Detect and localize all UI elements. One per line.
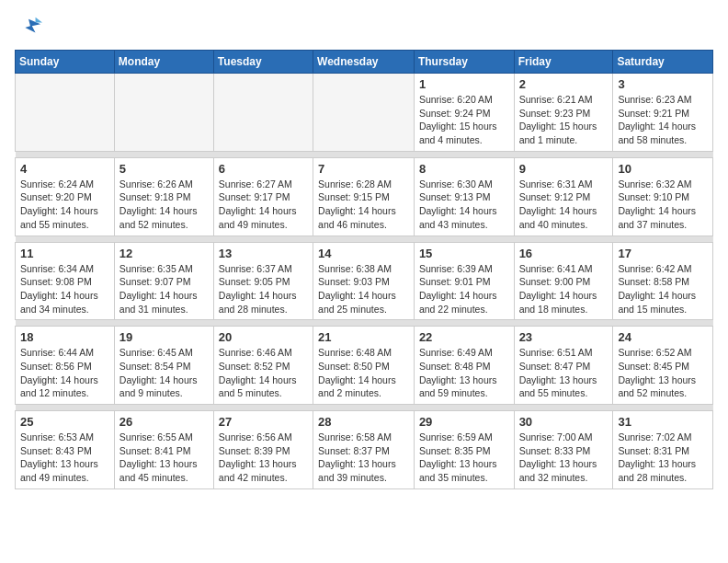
day-cell xyxy=(213,74,313,152)
day-cell xyxy=(313,74,415,152)
separator-cell xyxy=(313,236,415,242)
day-info: Sunrise: 6:37 AM Sunset: 9:05 PM Dayligh… xyxy=(219,262,308,316)
separator-cell xyxy=(414,405,514,411)
separator-cell xyxy=(114,151,213,157)
separator-cell xyxy=(613,236,713,242)
day-cell: 21Sunrise: 6:48 AM Sunset: 8:50 PM Dayli… xyxy=(313,327,415,405)
week-row-0: 1Sunrise: 6:20 AM Sunset: 9:24 PM Daylig… xyxy=(16,74,713,152)
day-info: Sunrise: 6:34 AM Sunset: 9:08 PM Dayligh… xyxy=(20,262,109,316)
week-row-3: 18Sunrise: 6:44 AM Sunset: 8:56 PM Dayli… xyxy=(16,327,713,405)
day-number: 3 xyxy=(618,77,708,91)
day-cell: 4Sunrise: 6:24 AM Sunset: 9:20 PM Daylig… xyxy=(16,157,115,236)
day-info: Sunrise: 6:30 AM Sunset: 9:13 PM Dayligh… xyxy=(419,178,509,232)
weekday-header-friday: Friday xyxy=(514,51,613,74)
day-cell: 22Sunrise: 6:49 AM Sunset: 8:48 PM Dayli… xyxy=(414,327,514,405)
day-number: 4 xyxy=(20,162,109,176)
day-cell: 9Sunrise: 6:31 AM Sunset: 9:12 PM Daylig… xyxy=(514,157,613,236)
day-number: 27 xyxy=(219,415,308,429)
week-separator xyxy=(16,320,713,327)
day-cell: 15Sunrise: 6:39 AM Sunset: 9:01 PM Dayli… xyxy=(414,242,514,320)
page-header xyxy=(15,15,713,40)
day-cell: 28Sunrise: 6:58 AM Sunset: 8:37 PM Dayli… xyxy=(313,411,415,489)
separator-cell xyxy=(16,320,115,327)
day-cell: 5Sunrise: 6:26 AM Sunset: 9:18 PM Daylig… xyxy=(114,157,213,236)
separator-cell xyxy=(114,405,213,411)
day-cell: 2Sunrise: 6:21 AM Sunset: 9:23 PM Daylig… xyxy=(514,74,613,152)
day-cell: 27Sunrise: 6:56 AM Sunset: 8:39 PM Dayli… xyxy=(213,411,313,489)
day-info: Sunrise: 6:24 AM Sunset: 9:20 PM Dayligh… xyxy=(20,178,109,232)
day-info: Sunrise: 7:02 AM Sunset: 8:31 PM Dayligh… xyxy=(618,431,708,485)
week-row-4: 25Sunrise: 6:53 AM Sunset: 8:43 PM Dayli… xyxy=(16,411,713,489)
day-number: 24 xyxy=(618,330,708,344)
weekday-header-monday: Monday xyxy=(114,51,213,74)
day-number: 17 xyxy=(618,247,708,260)
day-cell: 24Sunrise: 6:52 AM Sunset: 8:45 PM Dayli… xyxy=(613,327,713,405)
day-info: Sunrise: 6:28 AM Sunset: 9:15 PM Dayligh… xyxy=(318,178,409,232)
day-number: 20 xyxy=(219,330,308,344)
separator-cell xyxy=(213,236,313,242)
separator-cell xyxy=(16,236,115,242)
day-number: 28 xyxy=(318,415,409,429)
svg-marker-1 xyxy=(36,17,42,23)
day-info: Sunrise: 6:56 AM Sunset: 8:39 PM Dayligh… xyxy=(219,431,308,485)
day-cell: 3Sunrise: 6:23 AM Sunset: 9:21 PM Daylig… xyxy=(613,74,713,152)
day-number: 10 xyxy=(618,162,708,176)
logo xyxy=(15,15,42,40)
separator-cell xyxy=(16,405,115,411)
day-cell: 14Sunrise: 6:38 AM Sunset: 9:03 PM Dayli… xyxy=(313,242,415,320)
day-number: 23 xyxy=(519,330,609,344)
day-info: Sunrise: 6:46 AM Sunset: 8:52 PM Dayligh… xyxy=(219,346,308,400)
weekday-header-wednesday: Wednesday xyxy=(313,51,415,74)
day-info: Sunrise: 6:39 AM Sunset: 9:01 PM Dayligh… xyxy=(419,262,509,316)
day-info: Sunrise: 6:58 AM Sunset: 8:37 PM Dayligh… xyxy=(318,431,409,485)
separator-cell xyxy=(114,320,213,327)
week-separator xyxy=(16,236,713,242)
day-cell: 13Sunrise: 6:37 AM Sunset: 9:05 PM Dayli… xyxy=(213,242,313,320)
day-number: 12 xyxy=(119,247,209,260)
day-number: 11 xyxy=(20,247,109,260)
day-info: Sunrise: 6:27 AM Sunset: 9:17 PM Dayligh… xyxy=(219,178,308,232)
day-number: 26 xyxy=(119,415,209,429)
separator-cell xyxy=(114,236,213,242)
day-number: 30 xyxy=(519,415,609,429)
day-info: Sunrise: 6:44 AM Sunset: 8:56 PM Dayligh… xyxy=(20,346,109,400)
day-info: Sunrise: 6:38 AM Sunset: 9:03 PM Dayligh… xyxy=(318,262,409,316)
day-number: 31 xyxy=(618,415,708,429)
week-row-1: 4Sunrise: 6:24 AM Sunset: 9:20 PM Daylig… xyxy=(16,157,713,236)
day-number: 7 xyxy=(318,162,409,176)
day-info: Sunrise: 6:45 AM Sunset: 8:54 PM Dayligh… xyxy=(119,346,209,400)
day-number: 1 xyxy=(419,77,509,91)
day-info: Sunrise: 6:51 AM Sunset: 8:47 PM Dayligh… xyxy=(519,346,609,400)
day-cell: 20Sunrise: 6:46 AM Sunset: 8:52 PM Dayli… xyxy=(213,327,313,405)
day-info: Sunrise: 6:21 AM Sunset: 9:23 PM Dayligh… xyxy=(519,93,609,147)
day-number: 2 xyxy=(519,77,609,91)
day-number: 15 xyxy=(419,247,509,260)
day-cell: 10Sunrise: 6:32 AM Sunset: 9:10 PM Dayli… xyxy=(613,157,713,236)
day-number: 6 xyxy=(219,162,308,176)
day-info: Sunrise: 6:31 AM Sunset: 9:12 PM Dayligh… xyxy=(519,178,609,232)
day-cell xyxy=(16,74,115,152)
day-cell: 31Sunrise: 7:02 AM Sunset: 8:31 PM Dayli… xyxy=(613,411,713,489)
day-cell: 11Sunrise: 6:34 AM Sunset: 9:08 PM Dayli… xyxy=(16,242,115,320)
day-info: Sunrise: 6:49 AM Sunset: 8:48 PM Dayligh… xyxy=(419,346,509,400)
day-info: Sunrise: 6:59 AM Sunset: 8:35 PM Dayligh… xyxy=(419,431,509,485)
separator-cell xyxy=(213,151,313,157)
day-cell: 16Sunrise: 6:41 AM Sunset: 9:00 PM Dayli… xyxy=(514,242,613,320)
day-number: 5 xyxy=(119,162,209,176)
separator-cell xyxy=(213,405,313,411)
day-number: 29 xyxy=(419,415,509,429)
weekday-header-thursday: Thursday xyxy=(414,51,514,74)
week-separator xyxy=(16,405,713,411)
separator-cell xyxy=(613,405,713,411)
day-cell: 6Sunrise: 6:27 AM Sunset: 9:17 PM Daylig… xyxy=(213,157,313,236)
day-info: Sunrise: 6:26 AM Sunset: 9:18 PM Dayligh… xyxy=(119,178,209,232)
separator-cell xyxy=(313,320,415,327)
week-separator xyxy=(16,151,713,157)
day-info: Sunrise: 6:52 AM Sunset: 8:45 PM Dayligh… xyxy=(618,346,708,400)
separator-cell xyxy=(514,151,613,157)
day-info: Sunrise: 6:41 AM Sunset: 9:00 PM Dayligh… xyxy=(519,262,609,316)
separator-cell xyxy=(613,320,713,327)
day-number: 13 xyxy=(219,247,308,260)
day-number: 16 xyxy=(519,247,609,260)
separator-cell xyxy=(414,151,514,157)
